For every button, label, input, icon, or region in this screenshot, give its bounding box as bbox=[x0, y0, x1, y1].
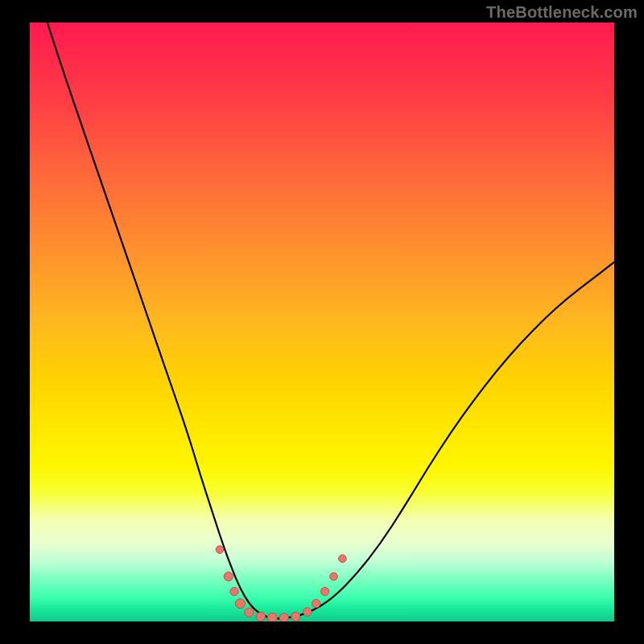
watermark-label: TheBottleneck.com bbox=[486, 3, 638, 22]
chart-gradient-background bbox=[30, 23, 614, 621]
chart-frame: TheBottleneck.com bbox=[0, 0, 644, 644]
